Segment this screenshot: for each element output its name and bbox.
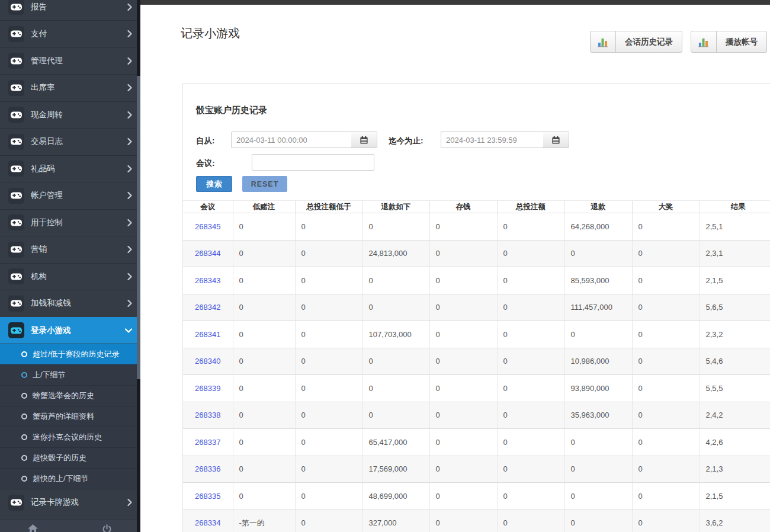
sidebar-item[interactable]: 支付: [0, 20, 140, 47]
panel-title: 骰宝账户历史记录: [196, 105, 267, 116]
session-link[interactable]: 268334: [195, 518, 220, 527]
session-link[interactable]: 268336: [195, 464, 220, 473]
table-cell: 2,1,5: [700, 483, 770, 510]
table-cell: 0: [497, 294, 564, 321]
sidebar-scrollbar-track[interactable]: [137, 0, 140, 532]
table-cell: 65,417,000: [362, 429, 429, 456]
sidebar-item-label: 用于控制: [31, 217, 63, 228]
sidebar-item[interactable]: 营销: [0, 236, 140, 263]
table-cell: 0: [632, 321, 700, 348]
sidebar-item-label: 现金周转: [31, 110, 63, 120]
table-cell: 0: [429, 402, 497, 429]
session-link[interactable]: 268341: [195, 330, 220, 339]
gamepad-icon: [8, 296, 24, 312]
sidebar-item[interactable]: 帐户管理: [0, 182, 140, 209]
sidebar-item[interactable]: 交易日志: [0, 128, 140, 155]
sidebar-subitem[interactable]: 超快骰子的历史: [0, 447, 140, 468]
calendar-icon[interactable]: [351, 132, 377, 148]
session-link[interactable]: 268337: [195, 438, 220, 447]
header-buttons: 会话历史记录 播放帐号: [590, 31, 767, 53]
session-link[interactable]: 268342: [195, 303, 220, 312]
sidebar-subitem[interactable]: 超过/低于赛段的历史记录: [0, 344, 140, 364]
table-cell: 0: [497, 509, 564, 532]
table-cell: 0: [564, 429, 632, 456]
sidebar-item[interactable]: 管理代理: [0, 47, 140, 75]
table-cell: 0: [632, 483, 700, 510]
gamepad-icon: [8, 26, 24, 42]
sidebar-item[interactable]: 加钱和减钱: [0, 290, 140, 317]
gamepad-icon: [8, 80, 24, 96]
chevron-right-icon: [127, 138, 132, 145]
sidebar-subitem[interactable]: 超快的上/下细节: [0, 468, 140, 489]
chevron-right-icon: [127, 273, 132, 280]
sidebar-item[interactable]: 礼品码: [0, 155, 140, 182]
table-cell: 0: [429, 509, 497, 532]
sidebar-subitem[interactable]: 上/下细节: [0, 364, 140, 385]
chevron-right-icon: [127, 246, 132, 253]
table-cell: 0: [295, 483, 362, 510]
sidebar-subitem[interactable]: 螃蟹选举会的历史: [0, 385, 140, 406]
table-cell: 0: [295, 213, 362, 241]
table-cell: 0: [233, 213, 295, 241]
session-link[interactable]: 268340: [195, 357, 220, 366]
session-link[interactable]: 268339: [195, 384, 220, 393]
sidebar-subitem-label: 超快的上/下细节: [33, 473, 89, 484]
table-cell: 0: [564, 240, 632, 267]
table-row: 268334-第一的0327,00000003,6,2: [183, 509, 770, 532]
chevron-right-icon: [127, 4, 132, 11]
chevron-right-icon: [127, 30, 132, 37]
sidebar-item[interactable]: 现金周转: [0, 101, 140, 129]
session-history-button[interactable]: 会话历史记录: [590, 31, 682, 53]
table-cell: 0: [233, 348, 295, 375]
session-link[interactable]: 268345: [195, 222, 220, 231]
sidebar-item[interactable]: 机构: [0, 263, 140, 290]
table-cell: 0: [295, 294, 362, 321]
calendar-icon[interactable]: [543, 132, 569, 148]
session-link[interactable]: 268344: [195, 249, 220, 258]
table-cell: 2,3,1: [700, 240, 770, 267]
sidebar-item[interactable]: 出席率: [0, 74, 140, 101]
table-cell: 268335: [183, 483, 233, 510]
sidebar-item-label: 支付: [31, 28, 47, 39]
sidebar-subitem[interactable]: 蟹葫芦的详细资料: [0, 406, 140, 427]
gamepad-icon: [8, 322, 24, 338]
table-cell: 111,457,000: [564, 294, 632, 321]
table-cell: 0: [233, 429, 295, 456]
table-cell: 0: [233, 402, 295, 429]
to-date-input[interactable]: [441, 132, 544, 148]
sidebar-item[interactable]: 报告: [0, 0, 140, 20]
sidebar-item[interactable]: 登录小游戏: [0, 317, 140, 344]
table-cell: 48,699,000: [362, 483, 429, 510]
table-row: 2683450000064,268,00002,5,1: [183, 213, 770, 241]
session-input[interactable]: [252, 154, 374, 171]
session-link[interactable]: 268335: [195, 492, 220, 501]
table-row: 2683440024,813,00000002,3,1: [183, 240, 770, 267]
history-panel: 骰宝账户历史记录 自从: 迄今为止: 会议: 搜索 RESET 会议低赌注总投注…: [182, 83, 770, 532]
table-cell: 0: [497, 375, 564, 402]
sidebar-scrollbar-thumb[interactable]: [137, 76, 140, 379]
home-icon[interactable]: [28, 524, 40, 532]
play-account-button[interactable]: 播放帐号: [691, 31, 767, 53]
table-cell: 0: [564, 483, 632, 510]
sidebar-item[interactable]: 用于控制: [0, 209, 140, 236]
from-date-input[interactable]: [231, 132, 352, 148]
column-header: 存钱: [429, 201, 497, 213]
table-cell: 0: [497, 402, 564, 429]
sidebar-item-label: 登录小游戏: [31, 325, 71, 336]
table-row: 2683370065,417,00000004,2,6: [183, 429, 770, 456]
session-label: 会议:: [196, 158, 215, 169]
search-button[interactable]: 搜索: [196, 176, 232, 192]
table-cell: 85,593,000: [564, 267, 632, 294]
table-cell: 0: [295, 456, 362, 483]
session-link[interactable]: 268343: [195, 276, 220, 285]
session-link[interactable]: 268338: [195, 411, 220, 419]
gamepad-icon: [8, 214, 24, 230]
sidebar-subitem[interactable]: 迷你扑克会议的历史: [0, 427, 140, 447]
reset-button[interactable]: RESET: [242, 176, 287, 192]
sidebar-item[interactable]: 记录卡牌游戏: [0, 489, 140, 516]
table-row: 2683350048,699,00000002,1,5: [183, 483, 770, 510]
table-cell: 2,5,1: [700, 213, 770, 241]
table-cell: 5,4,6: [700, 348, 770, 375]
power-icon[interactable]: [102, 524, 114, 532]
table-cell: 0: [429, 429, 497, 456]
